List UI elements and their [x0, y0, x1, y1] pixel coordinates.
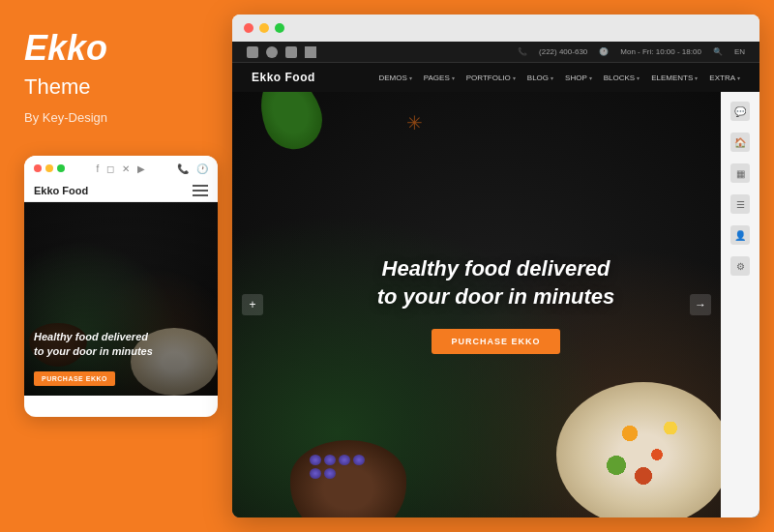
blueberry-3: [339, 455, 350, 465]
mobile-hero-text: Healthy food deliveredto your door in mi…: [24, 320, 163, 396]
topbar-phone-icon: 📞: [518, 47, 527, 56]
clock-icon: 🕐: [196, 163, 208, 174]
nav-chevron-blocks: ▾: [637, 74, 640, 81]
topbar-language[interactable]: EN: [734, 47, 745, 56]
sidebar-user-icon[interactable]: 👤: [730, 225, 750, 245]
desktop-mockup: 📞 (222) 400-630 🕐 Mon - Fri: 10:00 - 18:…: [232, 15, 759, 517]
nav-item-pages[interactable]: PAGES ▾: [424, 74, 455, 82]
blueberry-4: [353, 455, 365, 465]
hero-heading: Healthy food delivered to your door in m…: [377, 255, 615, 310]
instagram-icon: ◻: [106, 163, 114, 174]
mobile-hamburger-icon[interactable]: [193, 185, 208, 196]
mobile-dot-green: [57, 164, 65, 172]
topbar-hours: Mon - Fri: 10:00 - 18:00: [620, 47, 701, 56]
nav-item-portfolio[interactable]: PORTFOLIO ▾: [466, 74, 516, 82]
topbar-contact-info: 📞 (222) 400-630 🕐 Mon - Fri: 10:00 - 18:…: [518, 47, 745, 56]
hero-bowl-left: [290, 440, 406, 517]
topbar-email-icon[interactable]: [305, 46, 316, 58]
nav-item-shop[interactable]: SHOP ▾: [565, 74, 592, 82]
right-sidebar: 💬 🏠 ▦ ☰ 👤 ⚙: [721, 92, 759, 517]
sidebar-chat-icon[interactable]: 💬: [730, 102, 750, 121]
blueberry-1: [310, 455, 321, 465]
blueberry-5: [310, 468, 321, 479]
topbar-clock-icon: 🕐: [599, 47, 609, 56]
play-icon: ▶: [137, 163, 145, 174]
right-panel: 📞 (222) 400-630 🕐 Mon - Fri: 10:00 - 18:…: [232, 0, 774, 532]
sidebar-menu-icon[interactable]: ☰: [730, 194, 750, 214]
topbar-twitter-icon[interactable]: [285, 46, 297, 58]
mobile-cta-button[interactable]: PURCHASE EKKO: [34, 371, 115, 386]
facebook-icon: f: [97, 163, 100, 174]
nav-chevron-pages: ▾: [452, 74, 455, 81]
mobile-top-bar: f ◻ ✕ ▶ 📞 🕐: [24, 156, 218, 180]
mobile-browser-dots: [34, 164, 65, 172]
topbar-social-links: [247, 46, 316, 58]
nav-item-extra[interactable]: EXTRA ▾: [709, 74, 740, 82]
website-navbar: Ekko Food DEMOS ▾ PAGES ▾ PORTFOLIO ▾: [232, 63, 759, 92]
hero-content: Healthy food delivered to your door in m…: [377, 255, 615, 353]
spice-star-decoration: ✳: [406, 111, 426, 131]
hero-cta-button[interactable]: PURCHASE EKKO: [432, 329, 559, 354]
nav-item-label: EXTRA: [709, 74, 735, 82]
hero-heading-line1: Healthy food delivered: [382, 256, 610, 281]
blueberries-decoration: [310, 455, 377, 479]
mobile-nav-logo: Ekko Food: [34, 185, 88, 196]
arrow-right-icon: →: [695, 298, 706, 311]
nav-item-label: BLOG: [527, 74, 549, 82]
sidebar-home-icon[interactable]: 🏠: [730, 133, 750, 152]
browser-dot-red: [244, 23, 253, 33]
browser-dot-yellow: [259, 23, 269, 33]
topbar-facebook-icon[interactable]: [247, 46, 258, 58]
nav-chevron-elements: ▾: [695, 74, 698, 81]
blueberry-2: [324, 455, 336, 465]
nav-chevron-blog: ▾: [551, 74, 553, 81]
nav-item-label: DEMOS: [378, 74, 406, 82]
nav-item-label: SHOP: [565, 74, 587, 82]
nav-item-label: PAGES: [424, 74, 450, 82]
nav-chevron-shop: ▾: [589, 74, 592, 81]
mobile-dot-yellow: [45, 164, 53, 172]
nav-chevron-extra: ▾: [737, 74, 740, 81]
blueberry-6: [324, 468, 336, 479]
nav-item-blog[interactable]: BLOG ▾: [527, 74, 553, 82]
sidebar-grid-icon[interactable]: ▦: [730, 163, 750, 183]
arrow-left-icon: +: [249, 298, 255, 311]
topbar-phone-number: (222) 400-630: [539, 47, 587, 56]
nav-item-label: PORTFOLIO: [466, 74, 511, 82]
mobile-contact-icons: 📞 🕐: [177, 163, 208, 174]
phone-icon: 📞: [177, 163, 189, 174]
mobile-nav-bar: Ekko Food: [24, 180, 218, 202]
website-frame: 📞 (222) 400-630 🕐 Mon - Fri: 10:00 - 18:…: [232, 42, 759, 517]
topbar-instagram-icon[interactable]: [266, 46, 278, 58]
hero-prev-button[interactable]: +: [242, 294, 263, 315]
mobile-dot-red: [34, 164, 42, 172]
nav-item-label: BLOCKS: [604, 74, 635, 82]
mobile-hero-heading: Healthy food deliveredto your door in mi…: [34, 330, 153, 360]
nav-menu: DEMOS ▾ PAGES ▾ PORTFOLIO ▾ BLOG ▾: [378, 74, 740, 82]
nav-item-blocks[interactable]: BLOCKS ▾: [604, 74, 640, 82]
mobile-top-icons: f ◻ ✕ ▶: [97, 163, 146, 174]
brand-title: Ekko: [24, 29, 208, 68]
nav-chevron-demos: ▾: [409, 74, 412, 81]
left-panel: Ekko Theme By Key-Design f ◻ ✕ ▶ 📞 🕐 Ekk…: [0, 0, 232, 532]
brand-subtitle: Theme: [24, 75, 208, 99]
nav-chevron-portfolio: ▾: [513, 74, 516, 81]
mobile-hero: Healthy food deliveredto your door in mi…: [24, 202, 218, 396]
browser-bar: [232, 15, 759, 42]
nav-logo: Ekko Food: [252, 71, 315, 84]
website-hero: ✳ + Healthy food delivered to your door …: [232, 92, 759, 517]
mobile-mockup: f ◻ ✕ ▶ 📞 🕐 Ekko Food Healt: [24, 156, 218, 417]
hero-heading-line2: to your door in minutes: [377, 284, 615, 309]
sidebar-settings-icon[interactable]: ⚙: [730, 256, 750, 276]
topbar-search-icon[interactable]: 🔍: [713, 47, 723, 56]
brand-by: By Key-Design: [24, 110, 208, 125]
website-topbar: 📞 (222) 400-630 🕐 Mon - Fri: 10:00 - 18:…: [232, 42, 759, 63]
twitter-icon: ✕: [122, 163, 130, 174]
hero-bowl-right: [556, 382, 730, 517]
bowl-toppings: [576, 401, 711, 508]
nav-item-demos[interactable]: DEMOS ▾: [378, 74, 411, 82]
nav-item-elements[interactable]: ELEMENTS ▾: [651, 74, 698, 82]
nav-item-label: ELEMENTS: [651, 74, 693, 82]
browser-dot-green: [275, 23, 284, 33]
hero-next-button[interactable]: →: [690, 294, 711, 315]
